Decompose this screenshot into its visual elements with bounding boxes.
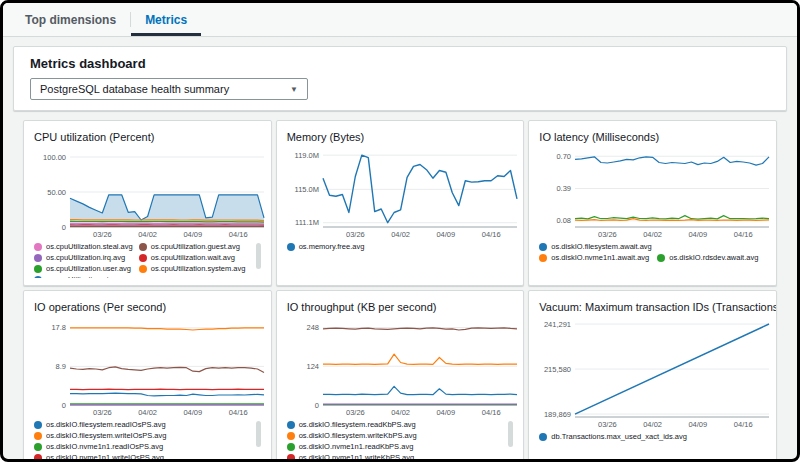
svg-text:04/16: 04/16 <box>229 408 248 417</box>
legend-item[interactable]: os.diskIO.nvme1n1.await.avg <box>539 252 649 263</box>
legend-label: os.diskIO.filesystem.writeIOsPS.avg <box>46 430 166 441</box>
dashboard-title: Metrics dashboard <box>30 56 770 71</box>
legend-color-dot-icon <box>539 243 547 251</box>
legend-label: os.diskIO.nvme1n1.readKbPS.avg <box>299 441 414 452</box>
legend-label: os.cpuUtilization.user.avg <box>46 263 131 274</box>
legend-scrollbar[interactable] <box>256 421 261 447</box>
legend-color-dot-icon <box>34 265 42 273</box>
legend-item[interactable]: os.cpuUtilization.user.avg <box>34 263 133 274</box>
chart-title: Vacuum: Maximum transaction IDs (Transac… <box>539 301 766 313</box>
legend-color-dot-icon <box>34 454 42 460</box>
svg-text:50.00: 50.00 <box>47 188 66 197</box>
legend-label: os.diskIO.filesystem.readKbPS.avg <box>299 419 416 430</box>
legend-color-dot-icon <box>139 265 147 273</box>
chart-card-io-operations: IO operations (Per second) 17.88.9003/26… <box>23 290 272 462</box>
legend-item[interactable]: os.diskIO.nvme1n1.readKbPS.avg <box>287 441 506 452</box>
svg-text:04/16: 04/16 <box>734 230 753 239</box>
legend-label: os.cpuUtilization.nice.avg <box>46 274 131 278</box>
dashboard-dropdown[interactable]: PostgreSQL database health summary ▼ <box>30 78 308 100</box>
legend-item[interactable]: os.cpuUtilization.steal.avg <box>34 241 133 252</box>
vacuum-max-txn-ids-chart: 241,291215,580189,86903/2604/0204/0904/1… <box>539 315 773 429</box>
legend-scrollbar[interactable] <box>508 421 513 447</box>
chart-legend: db.Transactions.max_used_xact_ids.avg <box>539 431 766 442</box>
svg-text:124: 124 <box>306 362 319 371</box>
chart-title: IO operations (Per second) <box>34 301 261 313</box>
chart-title: CPU utilization (Percent) <box>34 131 261 143</box>
svg-text:04/16: 04/16 <box>481 230 500 239</box>
legend-color-dot-icon <box>539 254 547 262</box>
legend-color-dot-icon <box>287 454 295 460</box>
legend-label: os.diskIO.filesystem.writeKbPS.avg <box>299 430 417 441</box>
svg-text:215,580: 215,580 <box>544 365 571 374</box>
svg-text:111.1M: 111.1M <box>295 218 319 227</box>
legend-color-dot-icon <box>34 276 42 279</box>
legend-scrollbar[interactable] <box>256 243 261 269</box>
chart-card-io-latency: IO latency (Milliseconds) 0.700.390.0803… <box>528 120 777 286</box>
svg-text:03/26: 03/26 <box>598 230 617 239</box>
svg-text:0.39: 0.39 <box>557 184 572 193</box>
charts-grid: CPU utilization (Percent) 100.0050.00003… <box>23 120 777 462</box>
legend-color-dot-icon <box>539 433 547 441</box>
legend-item[interactable]: os.diskIO.filesystem.writeKbPS.avg <box>287 430 506 441</box>
svg-text:03/26: 03/26 <box>346 408 365 417</box>
svg-text:8.9: 8.9 <box>56 362 66 371</box>
chart-card-memory: Memory (Bytes) 119.0M115.0M111.1M03/2604… <box>276 120 525 286</box>
chart-card-vacuum-max-txn-ids: Vacuum: Maximum transaction IDs (Transac… <box>528 290 777 462</box>
legend-item[interactable]: os.diskIO.filesystem.readIOsPS.avg <box>34 419 253 430</box>
chart-card-cpu-utilization: CPU utilization (Percent) 100.0050.00003… <box>23 120 272 286</box>
legend-color-dot-icon <box>287 443 295 451</box>
legend-item[interactable]: db.Transactions.max_used_xact_ids.avg <box>539 431 687 442</box>
legend-color-dot-icon <box>287 432 295 440</box>
legend-item[interactable]: os.diskIO.nvme1n1.writeIOsPS.avg <box>34 452 253 459</box>
legend-color-dot-icon <box>287 421 295 429</box>
legend-label: db.Transactions.max_used_xact_ids.avg <box>551 431 687 442</box>
chart-legend: os.memory.free.avg <box>287 241 514 252</box>
legend-item[interactable]: os.diskIO.nvme1n1.readIOsPS.avg <box>34 441 253 452</box>
io-latency-chart: 0.700.390.0803/2604/0204/0904/16 <box>539 145 773 239</box>
legend-color-dot-icon <box>34 421 42 429</box>
legend-item[interactable]: os.cpuUtilization.nice.avg <box>34 274 133 278</box>
svg-text:04/09: 04/09 <box>183 408 202 417</box>
tab-metrics-label: Metrics <box>145 13 187 27</box>
svg-text:189,869: 189,869 <box>544 410 571 419</box>
legend-color-dot-icon <box>287 243 295 251</box>
dashboard-selector-card: Metrics dashboard PostgreSQL database he… <box>13 46 787 111</box>
legend-label: os.diskIO.filesystem.readIOsPS.avg <box>46 419 166 430</box>
chart-title: IO latency (Milliseconds) <box>539 131 766 143</box>
svg-text:0: 0 <box>62 401 66 410</box>
svg-text:0.70: 0.70 <box>557 152 572 161</box>
legend-item[interactable]: os.cpuUtilization.wait.avg <box>139 252 246 263</box>
legend-item[interactable]: os.memory.free.avg <box>287 241 365 252</box>
legend-item[interactable]: os.cpuUtilization.irq.avg <box>34 252 133 263</box>
tab-metrics[interactable]: Metrics <box>131 3 201 36</box>
chart-legend: os.diskIO.filesystem.readKbPS.avgos.disk… <box>287 419 514 459</box>
legend-item[interactable]: os.diskIO.filesystem.writeIOsPS.avg <box>34 430 253 441</box>
legend-item[interactable]: os.cpuUtilization.system.avg <box>139 263 246 274</box>
cpu-utilization-chart: 100.0050.00003/2604/0204/0904/16 <box>34 145 268 239</box>
svg-text:04/09: 04/09 <box>436 408 455 417</box>
legend-item[interactable]: os.diskIO.filesystem.await.avg <box>539 241 651 252</box>
legend-item[interactable]: os.diskIO.filesystem.readKbPS.avg <box>287 419 506 430</box>
chart-legend: os.cpuUtilization.steal.avgos.cpuUtiliza… <box>34 241 261 278</box>
svg-text:03/26: 03/26 <box>93 408 112 417</box>
svg-text:04/09: 04/09 <box>689 420 708 429</box>
svg-text:0: 0 <box>62 223 66 232</box>
svg-text:248: 248 <box>306 323 319 332</box>
legend-item[interactable]: os.diskIO.rdsdev.await.avg <box>657 252 758 263</box>
legend-item[interactable]: os.diskIO.nvme1n1.writeKbPS.avg <box>287 452 506 459</box>
dropdown-selected-value: PostgreSQL database health summary <box>40 83 229 95</box>
dropdown-caret-icon: ▼ <box>290 85 298 94</box>
tab-top-dimensions[interactable]: Top dimensions <box>11 3 130 36</box>
svg-text:03/26: 03/26 <box>346 230 365 239</box>
chart-legend: os.diskIO.filesystem.await.avgos.diskIO.… <box>539 241 766 263</box>
legend-color-dot-icon <box>657 254 665 262</box>
svg-text:04/02: 04/02 <box>391 408 410 417</box>
legend-color-dot-icon <box>34 254 42 262</box>
metrics-dashboard-screen: Top dimensions Metrics Metrics dashboard… <box>0 0 800 462</box>
svg-text:04/16: 04/16 <box>481 408 500 417</box>
svg-text:04/09: 04/09 <box>183 230 202 239</box>
svg-text:0.08: 0.08 <box>557 216 572 225</box>
legend-item[interactable]: os.cpuUtilization.guest.avg <box>139 241 246 252</box>
legend-label: os.diskIO.nvme1n1.await.avg <box>551 252 649 263</box>
legend-label: os.cpuUtilization.irq.avg <box>46 252 125 263</box>
